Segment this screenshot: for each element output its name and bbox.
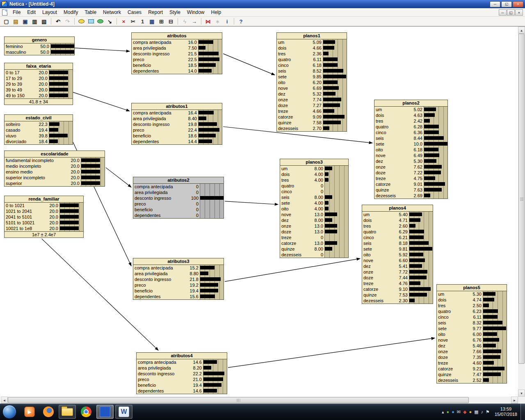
belief-row[interactable]: compra antecipada16.0 bbox=[132, 39, 222, 45]
belief-row[interactable]: desconto ingresso21.8 bbox=[133, 276, 224, 282]
sensitivity-button[interactable]: ⋈ bbox=[203, 17, 213, 25]
belief-row[interactable]: quinze7.58 bbox=[277, 120, 347, 126]
belief-row[interactable]: 39 to 4920.0 bbox=[5, 87, 73, 93]
mdi-restore-button[interactable]: ◱ bbox=[507, 9, 515, 16]
menu-file[interactable]: File bbox=[9, 9, 24, 16]
title-bar[interactable]: Netica - [Untitled-4] ─◱× bbox=[0, 0, 525, 8]
belief-row[interactable]: oito6.20 bbox=[277, 80, 347, 85]
belief-row[interactable]: oito4.00 bbox=[280, 206, 348, 212]
node-atributos[interactable]: atributoscompra antecipada16.0area privi… bbox=[131, 32, 222, 74]
belief-row[interactable]: dependentes15.6 bbox=[133, 294, 224, 299]
blue-app-taskbar-button[interactable] bbox=[96, 405, 114, 419]
update-tray-icon[interactable]: ● bbox=[469, 409, 472, 415]
node-escolaridade[interactable]: escolaridadefundamental incompleto20.0me… bbox=[4, 151, 105, 187]
horizontal-scrollbar[interactable] bbox=[1, 397, 518, 404]
belief-row[interactable]: dependentes14.6 bbox=[137, 388, 227, 394]
menu-help[interactable]: Help bbox=[208, 9, 225, 16]
belief-row[interactable]: dezesseis0 bbox=[280, 252, 348, 258]
belief-row[interactable]: oito5.92 bbox=[362, 252, 433, 258]
belief-row[interactable]: seis8.52 bbox=[277, 68, 347, 74]
horizontal-scroll-thumb[interactable] bbox=[8, 397, 469, 403]
belief-row[interactable]: seis8.44 bbox=[374, 135, 447, 141]
belief-row[interactable]: cinco6.18 bbox=[277, 62, 347, 68]
belief-row[interactable]: 0 to 1720.0 bbox=[5, 70, 73, 75]
belief-row[interactable]: catorze9.01 bbox=[374, 181, 447, 187]
belief-row[interactable]: solteiro22.3 bbox=[5, 121, 73, 127]
belief-row[interactable]: seis8.00 bbox=[280, 194, 348, 200]
belief-row[interactable]: area privilegiada7.50 bbox=[132, 45, 222, 51]
belief-row[interactable]: 10021 to 1e820.0 bbox=[5, 226, 83, 231]
belief-row[interactable]: doze7.35 bbox=[437, 354, 507, 360]
belief-row[interactable]: feminino50.0 bbox=[5, 43, 74, 49]
belief-row[interactable]: quatro6.29 bbox=[362, 229, 433, 235]
belief-row[interactable]: dezesseis2.70 bbox=[277, 126, 347, 131]
belief-row[interactable]: nove6.69 bbox=[277, 85, 347, 91]
belief-row[interactable]: onze13.0 bbox=[280, 223, 348, 229]
belief-row[interactable]: doze7.27 bbox=[277, 103, 347, 108]
belief-row[interactable]: quatro6.28 bbox=[374, 124, 447, 130]
menu-network[interactable]: Network bbox=[100, 9, 124, 16]
belief-row[interactable]: quatro6.11 bbox=[277, 57, 347, 62]
menu-window[interactable]: Window bbox=[184, 9, 208, 16]
belief-row[interactable]: um8.00 bbox=[280, 166, 348, 171]
vertical-scroll-thumb[interactable] bbox=[518, 34, 525, 364]
taskbar-clock[interactable]: 13:59 15/07/2018 bbox=[491, 406, 520, 417]
belief-row[interactable]: dois4.63 bbox=[374, 112, 447, 118]
belief-row[interactable]: doze13.0 bbox=[280, 229, 348, 235]
belief-row[interactable]: viuvo39.8 bbox=[5, 133, 73, 139]
belief-row[interactable]: masculino50.0 bbox=[5, 49, 74, 55]
belief-row[interactable]: nove6.60 bbox=[362, 258, 433, 263]
menu-modify[interactable]: Modify bbox=[60, 9, 81, 16]
node-faixa_etaria[interactable]: faixa_etaria0 to 1720.017 to 2920.029 to… bbox=[4, 63, 73, 105]
close-button[interactable]: × bbox=[513, 1, 523, 7]
antivirus-tray-icon[interactable]: ● bbox=[447, 409, 450, 415]
belief-row[interactable]: 17 to 2920.0 bbox=[5, 75, 73, 81]
belief-row[interactable]: cinco6.21 bbox=[362, 235, 433, 240]
media-player-taskbar-button[interactable]: ▶ bbox=[21, 405, 38, 419]
belief-row[interactable]: treze4.76 bbox=[362, 281, 433, 286]
cut-button[interactable]: ✂ bbox=[128, 17, 138, 25]
belief-row[interactable]: superior incompleto20.0 bbox=[5, 175, 105, 180]
undo-button[interactable]: ↶ bbox=[53, 17, 63, 25]
belief-row[interactable]: nove6.76 bbox=[437, 337, 507, 343]
belief-row[interactable]: dezesseis2.30 bbox=[362, 298, 433, 304]
belief-row[interactable]: 5101 to 1002120.0 bbox=[5, 220, 83, 226]
node-planos4[interactable]: planos4um5.40dois4.71tres2.60quatro6.29c… bbox=[362, 205, 433, 304]
belief-row[interactable]: oito6.00 bbox=[437, 331, 507, 337]
belief-row[interactable]: cinco6.36 bbox=[374, 130, 447, 135]
belief-row[interactable]: tres2.36 bbox=[277, 51, 347, 57]
node-planos1[interactable]: planos1um5.09dois4.66tres2.36quatro6.11c… bbox=[276, 32, 347, 132]
belief-row[interactable]: preco21.0 bbox=[137, 377, 227, 382]
belief-row[interactable]: desconto ingresso19.8 bbox=[132, 121, 222, 127]
belief-row[interactable]: onze7.62 bbox=[374, 164, 447, 170]
belief-row[interactable]: um5.02 bbox=[374, 107, 447, 112]
belief-row[interactable]: sete10.0 bbox=[374, 141, 447, 147]
belief-row[interactable]: desconto ingresso100 bbox=[133, 195, 224, 201]
belief-row[interactable]: dez5.46 bbox=[437, 343, 507, 349]
chrome-taskbar-button[interactable] bbox=[78, 405, 95, 419]
belief-row[interactable]: preco22.5 bbox=[132, 57, 222, 62]
enter-finding-button[interactable]: 1 bbox=[138, 17, 147, 25]
belief-row[interactable]: casado19.4 bbox=[5, 127, 73, 133]
belief-row[interactable]: doze7.44 bbox=[362, 275, 433, 281]
belief-row[interactable]: dois4.71 bbox=[362, 217, 433, 223]
belief-row[interactable]: desconto ingresso22.2 bbox=[137, 371, 227, 377]
belief-row[interactable]: area privilegiada0 bbox=[133, 189, 224, 195]
network-tray-icon[interactable]: ▦ bbox=[474, 409, 478, 415]
node-planos2[interactable]: planos2um5.02dois4.63tres2.42quatro6.28c… bbox=[374, 100, 448, 199]
node-renda_familiar[interactable]: renda_familiar0 to 102120.01021 to 20412… bbox=[4, 196, 84, 238]
belief-row[interactable]: treze4.60 bbox=[437, 360, 507, 366]
menu-cases[interactable]: Cases bbox=[124, 9, 145, 16]
belief-row[interactable]: cinco0 bbox=[280, 189, 348, 194]
belief-row[interactable]: catorze9.09 bbox=[277, 114, 347, 120]
belief-row[interactable]: dois4.66 bbox=[277, 45, 347, 51]
scroll-right-button[interactable] bbox=[511, 397, 518, 404]
belief-row[interactable]: quinze7.53 bbox=[362, 292, 433, 298]
belief-row[interactable]: dois4.74 bbox=[437, 297, 507, 303]
belief-row[interactable]: preco22.4 bbox=[132, 127, 222, 133]
save-button[interactable]: ▣ bbox=[21, 17, 30, 25]
node-atributos4[interactable]: atributos4compra antecipada14.6area priv… bbox=[136, 352, 227, 394]
menu-table[interactable]: Table bbox=[81, 9, 100, 16]
belief-row[interactable]: onze7.72 bbox=[362, 269, 433, 275]
belief-row[interactable]: dependentes0 bbox=[133, 212, 224, 218]
